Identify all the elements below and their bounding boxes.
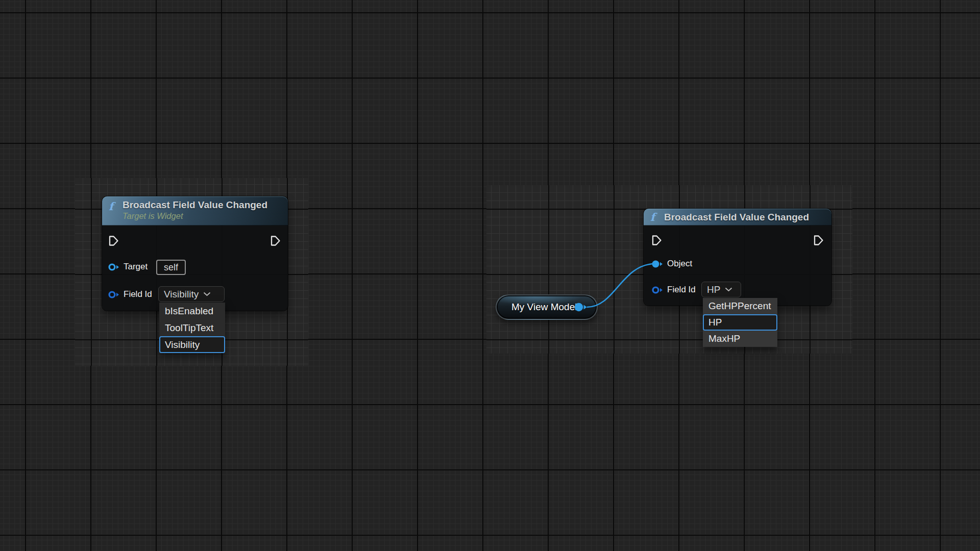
- exec-input-pin-icon[interactable]: [108, 235, 119, 247]
- chevron-down-icon: [725, 287, 732, 292]
- function-icon: f: [650, 211, 655, 223]
- dropdown-item[interactable]: GetHPPercent: [703, 298, 777, 314]
- dropdown-item[interactable]: MaxHP: [703, 331, 777, 347]
- node-header[interactable]: f Broadcast Field Value Changed: [644, 209, 831, 226]
- node-broadcast-field-value-changed-left[interactable]: f Broadcast Field Value Changed Target i…: [102, 196, 288, 311]
- exec-output-pin-icon[interactable]: [813, 234, 824, 246]
- field-id-dropdown-menu-right: GetHPPercent HP MaxHP: [703, 298, 777, 347]
- field-id-dropdown-menu-left: bIsEnabled ToolTipText Visibility: [159, 303, 225, 353]
- target-pin-label: Target: [124, 262, 148, 272]
- node-title: Broadcast Field Value Changed: [122, 199, 282, 211]
- object-pin-label: Object: [667, 259, 692, 269]
- function-icon: f: [109, 200, 113, 213]
- dropdown-item[interactable]: ToolTipText: [159, 319, 225, 336]
- output-pin-icon[interactable]: [573, 302, 590, 314]
- field-id-combo[interactable]: Visibility: [158, 286, 225, 302]
- field-id-combo[interactable]: HP: [701, 282, 741, 297]
- field-id-pin-icon[interactable]: [108, 290, 121, 299]
- blueprint-graph-canvas[interactable]: f Broadcast Field Value Changed Target i…: [0, 0, 980, 551]
- getter-node-label: My View Model: [511, 295, 577, 319]
- dropdown-item[interactable]: bIsEnabled: [159, 303, 225, 319]
- field-id-combo-value: Visibility: [164, 289, 199, 300]
- exec-input-pin-icon[interactable]: [651, 234, 663, 246]
- field-id-pin-label: Field Id: [667, 285, 696, 295]
- dropdown-item-selected[interactable]: Visibility: [159, 336, 225, 353]
- node-subtitle: Target is Widget: [122, 211, 282, 221]
- dropdown-item-selected[interactable]: HP: [703, 314, 777, 331]
- target-pin-icon[interactable]: [108, 263, 121, 271]
- field-id-pin-icon[interactable]: [651, 286, 665, 294]
- field-id-combo-value: HP: [707, 284, 720, 295]
- node-header[interactable]: f Broadcast Field Value Changed Target i…: [102, 196, 288, 226]
- target-value-field[interactable]: self: [156, 260, 186, 275]
- node-title: Broadcast Field Value Changed: [664, 212, 809, 223]
- node-broadcast-field-value-changed-right[interactable]: f Broadcast Field Value Changed Object F…: [644, 209, 831, 306]
- exec-output-pin-icon[interactable]: [270, 235, 281, 247]
- node-my-view-model-getter[interactable]: My View Model: [496, 294, 598, 320]
- target-value-text: self: [164, 262, 178, 273]
- field-id-pin-label: Field Id: [124, 289, 152, 299]
- object-pin-icon[interactable]: [651, 260, 665, 268]
- chevron-down-icon: [203, 292, 211, 296]
